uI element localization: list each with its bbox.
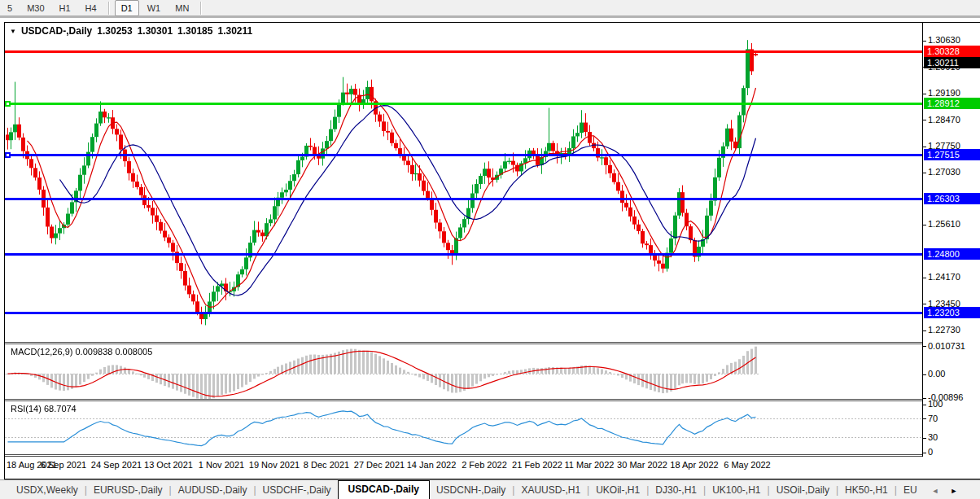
price-level-badge: 1.24800 <box>924 248 980 260</box>
chart-window: ▼ USDCAD-,Daily 1.30253 1.30301 1.30185 … <box>4 22 980 479</box>
axis-tick-label: 0 <box>923 447 980 457</box>
timeframe-button-mn[interactable]: MN <box>168 0 195 16</box>
axis-tick-label: 1.24170 <box>923 272 980 282</box>
tab-dj30-h1[interactable]: DJ30-,H1 <box>649 482 703 499</box>
symbol-label: USDCAD-,Daily <box>21 25 92 37</box>
timeframe-button-m5[interactable]: 5 <box>1 0 19 16</box>
tab-uk100-h1[interactable]: UK100-,H1 <box>706 482 767 499</box>
macd-values: 0.009838 0.008005 <box>75 347 152 357</box>
tab-scroll-right-icon[interactable]: ► <box>951 487 958 495</box>
date-label: 6 Sep 2021 <box>41 460 86 470</box>
timeframe-button-w1[interactable]: W1 <box>141 0 168 16</box>
date-label: 30 Mar 2022 <box>617 460 667 470</box>
timeframe-button-m30[interactable]: M30 <box>20 0 50 16</box>
toolbar-separator <box>200 2 202 15</box>
tab-eurusd-daily[interactable]: EURUSD-,Daily <box>87 482 169 499</box>
date-label: 18 Apr 2022 <box>670 460 718 470</box>
axis-tick-label: 1.30630 <box>923 35 980 46</box>
axis-tick-label: 0.00 <box>923 369 980 379</box>
date-label: 24 Sep 2021 <box>91 460 142 470</box>
timeframe-button-h4[interactable]: H4 <box>79 0 103 16</box>
tab-eu-truncated[interactable]: EU <box>897 482 924 499</box>
price-level-badge: 1.28912 <box>924 98 980 109</box>
tab-usdx-weekly[interactable]: USDX,Weekly <box>10 482 85 499</box>
ohlc-open: 1.30253 <box>97 25 132 37</box>
ohlc-high: 1.30301 <box>138 25 173 37</box>
axis-tick-label: 1.25610 <box>923 219 980 230</box>
date-label: 11 Mar 2022 <box>565 460 615 470</box>
price-level-badge: 1.23203 <box>924 307 980 318</box>
rsi-value: 68.7074 <box>44 404 77 414</box>
date-label: 14 Jan 2022 <box>407 460 457 470</box>
axis-tick-label: 100 <box>923 399 980 409</box>
date-label: 27 Dec 2021 <box>354 460 405 470</box>
date-label: 8 Dec 2021 <box>304 460 349 470</box>
date-label: 6 May 2022 <box>724 460 770 470</box>
price-level-badge: 1.26303 <box>924 193 980 204</box>
date-label: 1 Nov 2021 <box>199 460 244 470</box>
tab-scroll-arrows: ◄ ► <box>932 487 958 499</box>
tab-usdcnh-daily[interactable]: USDCNH-,Daily <box>430 482 512 499</box>
tab-usdchf-daily[interactable]: USDCHF-,Daily <box>256 482 338 499</box>
tab-usdcad-daily[interactable]: USDCAD-,Daily <box>338 480 430 499</box>
chart-tabbar: USDX,Weekly | EURUSD-,Daily | AUDUSD-,Da… <box>0 479 980 499</box>
axis-tick-label: 1.27030 <box>923 167 980 177</box>
timeframe-button-d1[interactable]: D1 <box>115 0 139 16</box>
rsi-indicator-canvas[interactable] <box>5 401 922 454</box>
date-label: 21 Feb 2022 <box>512 460 562 470</box>
price-axis[interactable]: 1.306301.299101.291901.284701.277501.270… <box>922 23 980 457</box>
price-level-badge: 1.27515 <box>924 149 980 160</box>
current-price-badge: 1.30211 <box>924 57 980 68</box>
ohlc-low: 1.30185 <box>177 25 212 37</box>
axis-tick-label: 30 <box>923 432 980 443</box>
tab-ukoil-h1[interactable]: UKOil-,H1 <box>589 482 646 499</box>
price-chart-canvas[interactable] <box>5 23 922 342</box>
axis-tick-label: 1.28470 <box>923 115 980 125</box>
date-label: 2 Feb 2022 <box>462 460 507 470</box>
time-axis[interactable]: 18 Aug 20216 Sep 202124 Sep 202113 Oct 2… <box>5 457 980 477</box>
rsi-label: RSI(14) 68.7074 <box>11 404 77 414</box>
tab-usoil-daily[interactable]: USOil-,Daily <box>770 482 836 499</box>
tab-audusd-daily[interactable]: AUDUSD-,Daily <box>172 482 254 499</box>
tab-scroll-left-icon[interactable]: ◄ <box>932 487 939 495</box>
date-label: 13 Oct 2021 <box>144 460 193 470</box>
macd-label: MACD(12,26,9) 0.009838 0.008005 <box>11 347 152 357</box>
timeframe-button-h1[interactable]: H1 <box>53 0 77 16</box>
tab-xauusd-h1[interactable]: XAUUSD-,H1 <box>514 482 587 499</box>
axis-tick-label: 70 <box>923 414 980 424</box>
axis-tick-label: 0.010731 <box>923 341 980 352</box>
symbol-ohlc-row: ▼ USDCAD-,Daily 1.30253 1.30301 1.30185 … <box>10 25 252 37</box>
date-label: 19 Nov 2021 <box>249 460 300 470</box>
timeframe-toolbar: 5 M30 H1 H4 D1 W1 MN <box>0 0 980 18</box>
toolbar-separator <box>108 2 110 15</box>
ohlc-close: 1.30211 <box>217 25 252 37</box>
symbol-dropdown-icon[interactable]: ▼ <box>10 28 16 35</box>
price-level-badge: 1.30328 <box>924 46 980 57</box>
tab-hk50-h1[interactable]: HK50-,H1 <box>838 482 895 499</box>
axis-tick-label: 1.22730 <box>923 325 980 335</box>
